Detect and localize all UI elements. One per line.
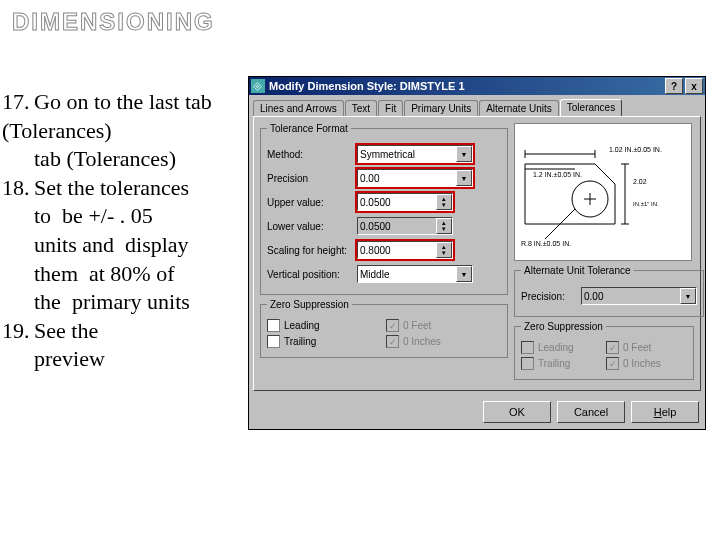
alt-precision-label: Precision:	[521, 291, 581, 302]
scaling-input[interactable]: 0.8000 ▴▾	[357, 241, 453, 259]
svg-text:2.02: 2.02	[633, 178, 647, 185]
inches-checkbox: ✓0 Inches	[386, 335, 501, 348]
chevron-down-icon[interactable]: ▼	[456, 266, 472, 282]
vpos-label: Vertical position:	[267, 269, 357, 280]
tolerance-format-legend: Tolerance Format	[267, 123, 351, 134]
tab-strip: Lines and Arrows Text Fit Primary Units …	[249, 95, 705, 116]
help-button[interactable]: ?	[665, 78, 683, 94]
tolerance-format-group: Tolerance Format Method: Symmetrical ▼ P…	[260, 123, 508, 295]
alt-precision-select: 0.00 ▼	[581, 287, 697, 305]
window-title: Modify Dimension Style: DIMSTYLE 1	[269, 80, 663, 92]
chevron-down-icon[interactable]: ▼	[456, 170, 472, 186]
method-label: Method:	[267, 149, 357, 160]
zero-suppression-legend: Zero Suppression	[267, 299, 352, 310]
alt-unit-tolerance-group: Alternate Unit Tolerance Precision: 0.00…	[514, 265, 704, 317]
vpos-select[interactable]: Middle ▼	[357, 265, 473, 283]
zero-suppression-right-group: Zero Suppression Leading Trailing ✓0 Fee…	[514, 321, 694, 380]
alt-feet-checkbox: ✓0 Feet	[606, 341, 687, 354]
instructions-list: 17.Go on to the last tab (Tolerances) ta…	[2, 88, 246, 374]
tab-alternate-units[interactable]: Alternate Units	[479, 100, 559, 117]
titlebar[interactable]: 🞜 Modify Dimension Style: DIMSTYLE 1 ? x	[249, 77, 705, 95]
alt-trailing-checkbox: Trailing	[521, 357, 602, 370]
svg-text:1.2  IN.±0.05 IN.: 1.2 IN.±0.05 IN.	[533, 171, 582, 178]
svg-text:1.02 IN.±0.05 IN.: 1.02 IN.±0.05 IN.	[609, 146, 662, 153]
cancel-button[interactable]: Cancel	[557, 401, 625, 423]
spinner-icon: ▴▾	[436, 218, 452, 234]
alt-leading-checkbox: Leading	[521, 341, 602, 354]
method-select[interactable]: Symmetrical ▼	[357, 145, 473, 163]
feet-checkbox: ✓0 Feet	[386, 319, 501, 332]
tolerances-panel: Tolerance Format Method: Symmetrical ▼ P…	[253, 116, 701, 391]
leading-checkbox[interactable]: Leading	[267, 319, 382, 332]
upper-value-input[interactable]: 0.0500 ▴▾	[357, 193, 453, 211]
spinner-icon[interactable]: ▴▾	[436, 194, 452, 210]
dimstyle-dialog: 🞜 Modify Dimension Style: DIMSTYLE 1 ? x…	[248, 76, 706, 430]
precision-label: Precision	[267, 173, 357, 184]
chevron-down-icon: ▼	[680, 288, 696, 304]
trailing-checkbox[interactable]: Trailing	[267, 335, 382, 348]
tab-fit[interactable]: Fit	[378, 100, 403, 117]
tab-lines-arrows[interactable]: Lines and Arrows	[253, 100, 344, 117]
zero-suppression-legend: Zero Suppression	[521, 321, 606, 332]
tab-text[interactable]: Text	[345, 100, 377, 117]
help-button[interactable]: Help	[631, 401, 699, 423]
close-button[interactable]: x	[685, 78, 703, 94]
tab-primary-units[interactable]: Primary Units	[404, 100, 478, 117]
zero-suppression-left-group: Zero Suppression Leading Trailing ✓0 Fee…	[260, 299, 508, 358]
dialog-button-row: OK Cancel Help	[249, 395, 705, 429]
alt-inches-checkbox: ✓0 Inches	[606, 357, 687, 370]
alt-unit-tolerance-legend: Alternate Unit Tolerance	[521, 265, 634, 276]
upper-value-label: Upper value:	[267, 197, 357, 208]
scaling-label: Scaling for height:	[267, 245, 357, 256]
ok-button[interactable]: OK	[483, 401, 551, 423]
preview-panel: 1.02 IN.±0.05 IN. 1.2 IN.±0.05 IN. 2.02 …	[514, 123, 692, 261]
tab-tolerances[interactable]: Tolerances	[560, 99, 622, 116]
chevron-down-icon[interactable]: ▼	[456, 146, 472, 162]
svg-text:R.8 IN.±0.05 IN.: R.8 IN.±0.05 IN.	[521, 240, 571, 247]
lower-value-label: Lower value:	[267, 221, 357, 232]
slide-title: DIMENSIONING	[12, 8, 215, 36]
spinner-icon[interactable]: ▴▾	[436, 242, 452, 258]
precision-select[interactable]: 0.00 ▼	[357, 169, 473, 187]
app-icon: 🞜	[251, 79, 265, 93]
lower-value-input: 0.0500 ▴▾	[357, 217, 453, 235]
svg-text:IN.±1" IN.: IN.±1" IN.	[633, 201, 659, 207]
